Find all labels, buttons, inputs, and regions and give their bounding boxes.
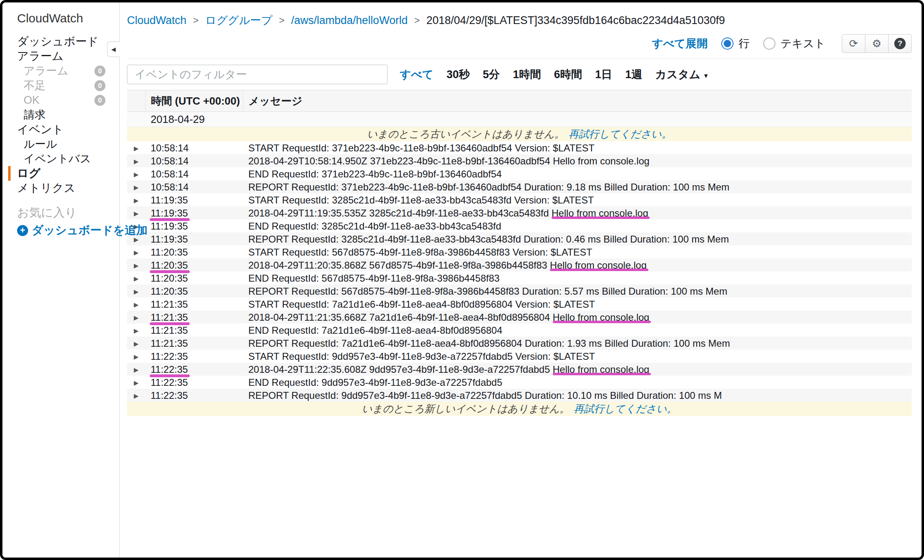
sidebar-item-favorites[interactable]: お気に入り bbox=[2, 205, 119, 220]
view-mode-radios: 行テキスト bbox=[721, 36, 825, 51]
expand-cell: ▶ bbox=[127, 389, 145, 402]
breadcrumb-item[interactable]: /aws/lambda/helloWorld bbox=[291, 14, 407, 27]
event-message: END RequestId: 3285c21d-4b9f-11e8-ae33-b… bbox=[248, 221, 501, 232]
expand-cell: ▶ bbox=[127, 245, 145, 258]
event-message-highlight: Hello from console.log bbox=[553, 364, 649, 375]
sidebar-item-ok[interactable]: OK0 bbox=[2, 93, 119, 107]
event-message: END RequestId: 7a21d1e6-4b9f-11e8-aea4-8… bbox=[248, 325, 502, 336]
expand-row-icon[interactable]: ▶ bbox=[134, 158, 139, 165]
log-event-row[interactable]: ▶11:19:352018-04-29T11:19:35.535Z 3285c2… bbox=[127, 206, 912, 219]
sidebar-item-alarm[interactable]: アラーム0 bbox=[2, 63, 119, 78]
log-event-row[interactable]: ▶11:20:352018-04-29T11:20:35.868Z 567d85… bbox=[127, 258, 912, 271]
log-event-row[interactable]: ▶11:21:352018-04-29T11:21:35.668Z 7a21d1… bbox=[127, 311, 912, 324]
expand-cell: ▶ bbox=[127, 350, 145, 363]
event-message: START RequestId: 567d8575-4b9f-11e8-9f8a… bbox=[248, 247, 592, 258]
expand-cell: ▶ bbox=[127, 284, 145, 298]
log-event-row[interactable]: ▶11:22:35START RequestId: 9dd957e3-4b9f-… bbox=[127, 350, 912, 363]
log-event-row[interactable]: ▶11:20:35REPORT RequestId: 567d8575-4b9f… bbox=[127, 284, 912, 298]
expand-row-icon[interactable]: ▶ bbox=[134, 262, 139, 269]
sidebar-item-billing[interactable]: 請求 bbox=[2, 107, 119, 122]
sidebar-item-label: 不足 bbox=[24, 78, 46, 93]
message-cell: END RequestId: 371eb223-4b9c-11e8-b9bf-1… bbox=[243, 167, 912, 180]
sidebar-item-alarms[interactable]: アラーム bbox=[2, 49, 119, 63]
breadcrumb-item[interactable]: ロググループ bbox=[205, 13, 272, 28]
log-event-row[interactable]: ▶11:21:35START RequestId: 7a21d1e6-4b9f-… bbox=[127, 298, 912, 311]
expand-row-icon[interactable]: ▶ bbox=[134, 366, 139, 373]
range-5m[interactable]: 5分 bbox=[483, 67, 500, 82]
sidebar-item-event-buses[interactable]: イベントバス bbox=[2, 151, 119, 166]
range-30s[interactable]: 30秒 bbox=[447, 67, 470, 82]
refresh-button[interactable]: ⟳ bbox=[842, 34, 865, 53]
event-time: 10:58:14 bbox=[151, 142, 188, 153]
log-event-row[interactable]: ▶10:58:14END RequestId: 371eb223-4b9c-11… bbox=[127, 167, 912, 180]
event-message: REPORT RequestId: 9dd957e3-4b9f-11e8-9d3… bbox=[248, 390, 722, 401]
retry-link[interactable]: 再試行してください。 bbox=[569, 128, 672, 140]
log-event-row[interactable]: ▶11:20:35START RequestId: 567d8575-4b9f-… bbox=[127, 245, 912, 258]
sidebar-item-insufficient[interactable]: 不足0 bbox=[2, 78, 119, 93]
chevron-left-icon: ◀ bbox=[112, 46, 116, 52]
log-event-row[interactable]: ▶11:22:35END RequestId: 9dd957e3-4b9f-11… bbox=[127, 376, 912, 389]
sidebar-item-label: メトリクス bbox=[17, 182, 75, 194]
retry-link[interactable]: 再試行してください。 bbox=[574, 403, 677, 414]
sidebar-item-add-dashboard[interactable]: +ダッシュボードを追加 bbox=[2, 223, 119, 238]
sidebar-item-rules[interactable]: ルール bbox=[2, 137, 119, 151]
sidebar-item-label: ダッシュボードを追加 bbox=[32, 223, 148, 238]
expand-row-icon[interactable]: ▶ bbox=[134, 145, 139, 152]
expand-row-icon[interactable]: ▶ bbox=[134, 197, 139, 204]
expand-row-icon[interactable]: ▶ bbox=[134, 210, 139, 217]
log-event-row[interactable]: ▶11:21:35END RequestId: 7a21d1e6-4b9f-11… bbox=[127, 324, 912, 337]
log-event-row[interactable]: ▶11:22:352018-04-29T11:22:35.608Z 9dd957… bbox=[127, 363, 912, 376]
expand-row-icon[interactable]: ▶ bbox=[134, 288, 139, 295]
expand-row-icon[interactable]: ▶ bbox=[134, 392, 139, 399]
time-cell: 11:20:35 bbox=[145, 284, 243, 298]
expand-row-icon[interactable]: ▶ bbox=[134, 249, 139, 256]
view-mode-text[interactable]: テキスト bbox=[763, 36, 825, 51]
expand-row-icon[interactable]: ▶ bbox=[134, 353, 139, 360]
expand-row-icon[interactable]: ▶ bbox=[134, 184, 139, 191]
expand-row-icon[interactable]: ▶ bbox=[134, 171, 139, 178]
message-cell: REPORT RequestId: 371eb223-4b9c-11e8-b9b… bbox=[243, 180, 912, 193]
notice-cell: いまのところ新しいイベントはありません。再試行してください。 bbox=[127, 402, 912, 416]
event-time: 10:58:14 bbox=[151, 155, 188, 166]
expand-row-icon[interactable]: ▶ bbox=[134, 301, 139, 308]
range-custom[interactable]: カスタム▾ bbox=[655, 67, 708, 82]
time-cell: 11:21:35 bbox=[145, 324, 243, 337]
expand-all-link[interactable]: すべて展開 bbox=[652, 36, 708, 51]
log-event-row[interactable]: ▶11:21:35REPORT RequestId: 7a21d1e6-4b9f… bbox=[127, 337, 912, 350]
main-content: CloudWatch>ロググループ>/aws/lambda/helloWorld… bbox=[120, 2, 922, 558]
range-all[interactable]: すべて bbox=[400, 67, 434, 82]
event-filter-input[interactable] bbox=[127, 65, 388, 84]
event-message: END RequestId: 371eb223-4b9c-11e8-b9bf-1… bbox=[248, 168, 502, 179]
time-cell: 11:19:35 bbox=[145, 232, 243, 245]
message-cell: END RequestId: 567d8575-4b9f-11e8-9f8a-3… bbox=[243, 271, 912, 284]
log-event-row[interactable]: ▶11:19:35END RequestId: 3285c21d-4b9f-11… bbox=[127, 219, 912, 232]
expand-row-icon[interactable]: ▶ bbox=[134, 314, 139, 321]
log-event-row[interactable]: ▶10:58:142018-04-29T10:58:14.950Z 371eb2… bbox=[127, 154, 912, 167]
sidebar-collapse-button[interactable]: ◀ bbox=[107, 42, 120, 57]
log-event-row[interactable]: ▶11:20:35END RequestId: 567d8575-4b9f-11… bbox=[127, 271, 912, 284]
log-event-row[interactable]: ▶11:19:35REPORT RequestId: 3285c21d-4b9f… bbox=[127, 232, 912, 245]
log-event-row[interactable]: ▶10:58:14START RequestId: 371eb223-4b9c-… bbox=[127, 141, 912, 154]
help-button[interactable]: ? bbox=[888, 34, 912, 53]
expand-row-icon[interactable]: ▶ bbox=[134, 379, 139, 386]
sidebar-item-logs[interactable]: ログ bbox=[8, 166, 119, 181]
range-1d[interactable]: 1日 bbox=[595, 67, 612, 82]
view-mode-row[interactable]: 行 bbox=[721, 36, 749, 51]
time-cell: 11:19:35 bbox=[145, 219, 243, 232]
expand-cell: ▶ bbox=[127, 311, 145, 324]
expand-row-icon[interactable]: ▶ bbox=[134, 327, 139, 334]
sidebar-item-dashboard[interactable]: ダッシュボード bbox=[2, 34, 119, 49]
log-event-row[interactable]: ▶11:19:35START RequestId: 3285c21d-4b9f-… bbox=[127, 193, 912, 206]
notice-cell: いまのところ古いイベントはありません。再試行してください。 bbox=[127, 127, 912, 142]
range-6h[interactable]: 6時間 bbox=[554, 67, 582, 82]
range-1w[interactable]: 1週 bbox=[625, 67, 642, 82]
expand-row-icon[interactable]: ▶ bbox=[134, 340, 139, 347]
breadcrumb-item[interactable]: CloudWatch bbox=[127, 14, 186, 27]
log-event-row[interactable]: ▶10:58:14REPORT RequestId: 371eb223-4b9c… bbox=[127, 180, 912, 193]
log-event-row[interactable]: ▶11:22:35REPORT RequestId: 9dd957e3-4b9f… bbox=[127, 389, 912, 402]
sidebar-item-metrics[interactable]: メトリクス bbox=[2, 181, 119, 195]
expand-row-icon[interactable]: ▶ bbox=[134, 275, 139, 282]
sidebar-item-events[interactable]: イベント bbox=[2, 122, 119, 137]
range-1h[interactable]: 1時間 bbox=[513, 67, 541, 82]
settings-button[interactable]: ⚙ bbox=[865, 34, 889, 53]
